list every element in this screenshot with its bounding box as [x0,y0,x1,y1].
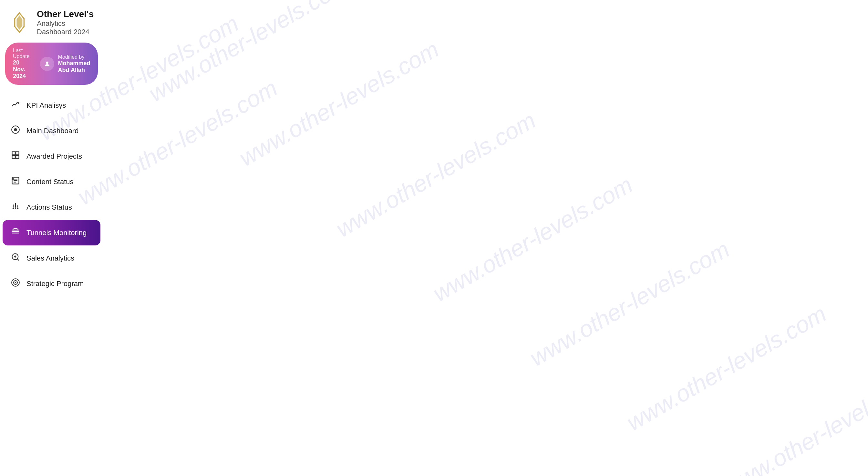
modified-by-value: Mohammed Abd Allah [58,60,90,73]
nav-menu: KPI Analisys Main Dashboard [0,93,103,296]
logo [8,11,31,34]
user-icon [40,57,54,71]
svg-rect-7 [16,152,19,155]
sidebar-item-actions-status-label: Actions Status [27,203,72,211]
sidebar: Other Level's Analytics Dashboard 2024 L… [0,0,103,476]
modified-by-section: Modified by Mohammed Abd Allah [40,54,90,73]
sidebar-item-main-dashboard-label: Main Dashboard [27,127,79,135]
last-update-value: 20 Nov. 2024 [13,59,30,80]
actions-status-icon [10,202,21,213]
sidebar-item-content-status[interactable]: Content Status [3,169,100,195]
sidebar-item-awarded-projects[interactable]: Awarded Projects [3,143,100,169]
main-content [103,0,868,476]
kpi-icon [10,100,21,111]
svg-line-25 [17,259,19,260]
svg-point-5 [14,128,17,131]
svg-rect-9 [16,156,19,158]
sidebar-item-sales-analytics-label: Sales Analytics [27,254,74,263]
sidebar-item-content-status-label: Content Status [27,178,73,186]
sidebar-item-main-dashboard[interactable]: Main Dashboard [3,118,100,143]
sales-analytics-icon [10,252,21,264]
sidebar-item-tunnels-monitoring[interactable]: Tunnels Monitoring [3,220,100,245]
sidebar-item-sales-analytics[interactable]: Sales Analytics [3,245,100,271]
content-status-icon [10,176,21,188]
svg-point-17 [17,208,19,209]
header-titles: Other Level's Analytics Dashboard 2024 [37,9,95,36]
svg-point-15 [12,208,14,209]
modified-by-label: Modified by [58,54,90,60]
svg-rect-8 [12,156,15,158]
svg-rect-6 [12,152,15,155]
sidebar-item-tunnels-monitoring-label: Tunnels Monitoring [27,229,87,237]
svg-point-30 [15,282,16,283]
awarded-projects-icon [10,150,21,162]
sidebar-item-kpi[interactable]: KPI Analisys [3,93,100,118]
sidebar-item-strategic-program-label: Strategic Program [27,280,84,288]
tunnels-monitoring-icon [10,227,21,238]
svg-point-0 [46,61,48,64]
svg-rect-14 [11,178,13,180]
strategic-program-icon [10,278,21,289]
dashboard-subtitle: Analytics Dashboard 2024 [37,19,95,36]
info-banner: Last Update 20 Nov. 2024 Modified by Moh… [5,42,98,85]
last-update-label: Last Update [13,48,30,59]
sidebar-header: Other Level's Analytics Dashboard 2024 [0,0,103,42]
modified-by-content: Modified by Mohammed Abd Allah [58,54,90,73]
svg-point-16 [15,208,17,209]
brand-name: Other Level's [37,9,95,19]
sidebar-item-actions-status[interactable]: Actions Status [3,195,100,220]
sidebar-item-kpi-label: KPI Analisys [27,101,66,110]
sidebar-item-awarded-projects-label: Awarded Projects [27,152,82,161]
main-dashboard-icon [10,125,21,136]
sidebar-item-strategic-program[interactable]: Strategic Program [3,271,100,296]
last-update-section: Last Update 20 Nov. 2024 [13,48,30,80]
